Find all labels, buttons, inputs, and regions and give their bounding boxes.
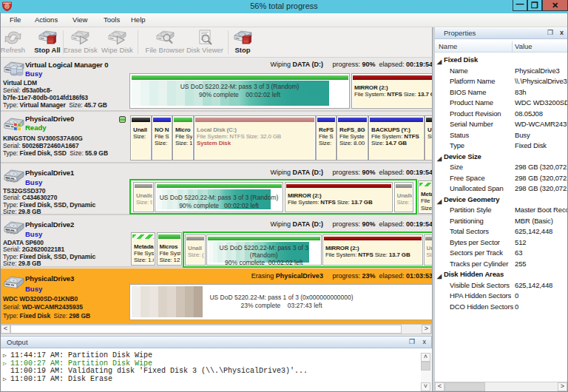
svg-text:SSD: SSD: [6, 229, 16, 235]
svg-text:SSD: SSD: [6, 177, 16, 183]
